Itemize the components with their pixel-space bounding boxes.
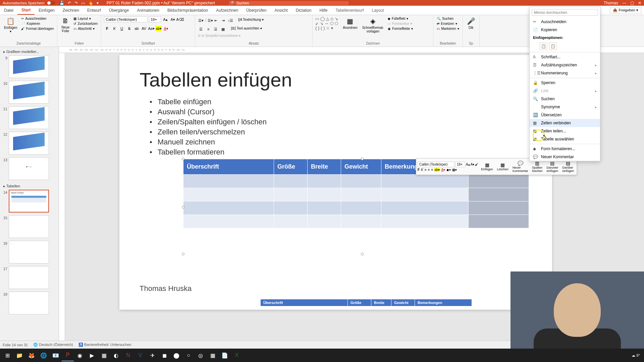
ctx-lock[interactable]: 🔒Sperren <box>530 79 600 87</box>
font-size-select[interactable]: 18+ <box>149 16 161 22</box>
fill-button[interactable]: ◆ Fülleffekt ▾ <box>387 16 414 21</box>
mt-align2[interactable]: ≡ <box>428 168 430 172</box>
obs-icon[interactable]: ⬤ <box>170 349 182 361</box>
copy-button[interactable]: 📄 Kopieren <box>20 21 54 26</box>
tab-bildschirm[interactable]: Bildschirmpräsentation <box>163 6 212 15</box>
ctx-bullets[interactable]: ☰Aufzählungszeichen▸ <box>530 61 600 69</box>
td[interactable] <box>183 175 274 188</box>
td[interactable] <box>381 175 469 188</box>
app-icon[interactable]: 📄 <box>219 349 231 361</box>
td[interactable] <box>183 188 274 201</box>
firefox-icon[interactable]: 🦊 <box>25 349 38 361</box>
dictate-button[interactable]: 🎤Dik <box>466 16 477 30</box>
bold-button[interactable]: F <box>104 26 110 31</box>
td[interactable] <box>274 188 308 201</box>
paste-opt-1[interactable]: 📋 <box>540 43 547 50</box>
tab-ueberpruefen[interactable]: Überprüfen <box>242 6 270 15</box>
mt-align[interactable]: ≡ <box>425 168 427 172</box>
ctx-numbering[interactable]: ⋮☰Nummerierung▸ <box>530 69 600 77</box>
mt-insert-button[interactable]: ▦Einfügen <box>480 162 494 172</box>
mt-painter-icon[interactable]: 🖌 <box>475 163 478 166</box>
share-button[interactable]: 📤 Freigeben ▾ <box>610 7 641 13</box>
replace-button[interactable]: ⇄ Ersetzen ▾ <box>436 21 460 26</box>
section-header[interactable]: ▸ Tabellen <box>1 183 57 190</box>
shrink-font-icon[interactable]: A▾ <box>170 17 176 22</box>
ctx-font[interactable]: ASchriftart... <box>530 53 600 61</box>
ctx-synonyms[interactable]: Synonyme▸ <box>530 103 600 111</box>
td[interactable] <box>341 215 381 228</box>
mt-font-select[interactable]: Calibri (Textkörper) <box>418 162 454 167</box>
thumb-17[interactable] <box>9 266 49 289</box>
selection-handle[interactable] <box>182 206 184 208</box>
paste-button[interactable]: 📋Einfügen▾ <box>3 16 18 34</box>
td[interactable] <box>274 215 308 228</box>
tab-start[interactable]: Start <box>17 6 35 15</box>
reset-button[interactable]: ↺ Zurücksetzen <box>73 21 98 26</box>
paste-opt-2[interactable]: 📋 <box>549 43 556 50</box>
mt-italic[interactable]: K <box>421 168 423 172</box>
selection-handle[interactable] <box>182 158 184 160</box>
ctx-format-shape[interactable]: ◆Form formatieren... <box>530 145 600 153</box>
justify-icon[interactable]: ▦ <box>220 26 226 32</box>
bullet-item[interactable]: Auswahl (Cursor) <box>150 108 532 116</box>
tab-dictation[interactable]: Dictation <box>292 6 316 15</box>
mt-size-select[interactable]: 18+ <box>455 162 465 167</box>
outline-button[interactable]: ▭ Formkontur ▾ <box>387 21 414 26</box>
tab-entwurf[interactable]: Entwurf <box>83 6 105 15</box>
tab-tabellenentwurf[interactable]: Tabellenentwurf <box>331 6 368 15</box>
redo-icon[interactable]: ↷ <box>74 1 78 5</box>
mt-shrink-icon[interactable]: A▾ <box>471 163 475 166</box>
numbering-icon[interactable]: ⋮☰▾ <box>205 18 211 23</box>
ctx-search[interactable]: 🔍Suchen <box>530 95 600 103</box>
highlight-button[interactable]: ab▾ <box>156 26 162 31</box>
language-button[interactable]: 🌐 Deutsch (Österreich) <box>33 343 73 347</box>
minimize-icon[interactable]: — <box>622 1 626 5</box>
td[interactable] <box>183 215 274 228</box>
bullet-item[interactable]: Manuell zeichnen <box>150 138 532 146</box>
font-name-select[interactable]: Calibri (Textkörper) <box>104 16 148 22</box>
ctx-translate[interactable]: 🔤Übersetzen <box>530 111 600 119</box>
align-right-icon[interactable]: ☰ <box>213 26 219 32</box>
td[interactable] <box>341 201 381 215</box>
section-button[interactable]: ▭ Abschnitt ▾ <box>73 26 98 31</box>
th[interactable]: Breite <box>308 159 341 175</box>
tab-animationen[interactable]: Animationen <box>133 6 163 15</box>
tab-uebergaenge[interactable]: Übergänge <box>105 6 133 15</box>
case-button[interactable]: Aa▾ <box>148 26 154 31</box>
align-text-button[interactable]: [☰] Text ausrichten ▾ <box>231 26 262 32</box>
tab-layout[interactable]: Layout <box>368 6 388 15</box>
qat-more-icon[interactable]: ▾ <box>97 1 99 5</box>
bullet-item[interactable]: Zeilen/Spalten einfügen / löschen <box>150 118 532 126</box>
clear-format-icon[interactable]: A⌫ <box>177 17 183 22</box>
td[interactable] <box>341 175 381 188</box>
outlook-icon[interactable]: 📧 <box>50 349 62 361</box>
bullet-item[interactable]: Tabelle einfügen <box>150 98 532 106</box>
app-icon[interactable]: ◼ <box>158 349 170 361</box>
touch-icon[interactable]: 👆 <box>88 1 93 5</box>
layout-button[interactable]: ▦ Layout ▾ <box>73 16 98 21</box>
td[interactable] <box>381 188 469 201</box>
slide-counter[interactable]: Folie 14 von 31 <box>3 343 28 347</box>
app-icon[interactable]: ▦ <box>207 349 219 361</box>
align-left-icon[interactable]: ☰ <box>198 26 204 32</box>
search-box[interactable]: 🔍 Suchen <box>228 1 349 5</box>
td-selected[interactable] <box>469 188 529 201</box>
td[interactable] <box>381 215 469 228</box>
td[interactable] <box>274 175 308 188</box>
select-button[interactable]: ▭ Markieren ▾ <box>436 26 460 31</box>
chrome-icon[interactable]: 🌐 <box>38 349 50 361</box>
font-color-button[interactable]: A▾ <box>163 26 169 31</box>
td[interactable] <box>308 201 341 215</box>
td-selected[interactable] <box>469 201 529 215</box>
effects-button[interactable]: ◉ Formeffekte ▾ <box>387 26 414 31</box>
new-slide-button[interactable]: 🗎Neue Folie <box>60 16 71 34</box>
app-icon[interactable]: ▦ <box>98 349 110 361</box>
bullet-list[interactable]: Tabelle einfügen Auswahl (Cursor) Zeilen… <box>150 98 532 157</box>
mt-insabove-button[interactable]: ▤Darüber einfügen <box>561 160 575 173</box>
th[interactable]: Überschrift <box>183 159 274 175</box>
td[interactable] <box>308 175 341 188</box>
italic-button[interactable]: K <box>111 26 117 31</box>
mt-bold[interactable]: F <box>418 168 420 172</box>
menu-search-input[interactable] <box>532 9 598 16</box>
bullets-icon[interactable]: ☰▾ <box>198 18 204 23</box>
